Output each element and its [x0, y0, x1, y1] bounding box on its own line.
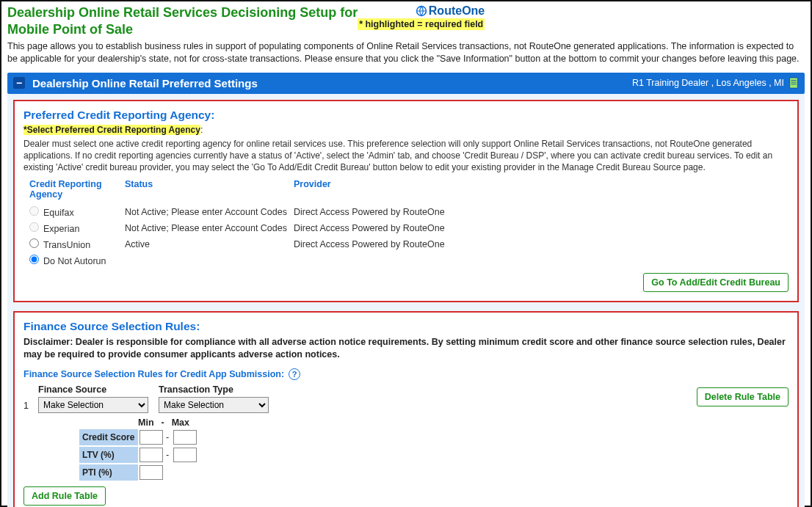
delete-rule-table-button[interactable]: Delete Rule Table [697, 387, 789, 406]
transaction-type-select[interactable]: Make Selection [159, 397, 269, 413]
cra-row-equifax: Equifax Not Active; Please enter Account… [29, 204, 789, 220]
page-intro: This page allows you to establish busine… [7, 40, 805, 65]
page-title-line2: Mobile Point of Sale [7, 21, 358, 38]
transaction-type-label: Transaction Type [159, 384, 269, 395]
credit-score-label: Credit Score [79, 429, 138, 445]
dealer-location: R1 Training Dealer , Los Angeles , MI [632, 78, 784, 88]
add-rule-table-button[interactable]: Add Rule Table [23, 486, 106, 506]
section-title: Dealership Online Retail Preferred Setti… [32, 77, 258, 90]
section-header: − Dealership Online Retail Preferred Set… [7, 73, 805, 94]
cra-row-donotautorun: Do Not Autorun [29, 252, 789, 269]
help-icon[interactable]: ? [289, 368, 300, 380]
credit-reporting-panel: Preferred Credit Reporting Agency: *Sele… [13, 100, 799, 303]
svg-rect-1 [790, 78, 798, 88]
cra-row-experian: Experian Not Active; Please enter Accoun… [29, 220, 789, 236]
cra-title: Preferred Credit Reporting Agency: [23, 109, 789, 122]
pti-label: PTI (%) [79, 464, 138, 481]
document-icon[interactable] [789, 77, 799, 89]
routeone-logo: RouteOne [416, 4, 485, 18]
rules-title: Finance Source Selection Rules: [23, 320, 789, 333]
ltv-max-input[interactable] [173, 448, 197, 462]
cra-header-status: Status [125, 179, 294, 200]
required-field-note: * highlighted = required field [358, 18, 485, 30]
cra-description: Dealer must select one active credit rep… [23, 138, 789, 174]
rules-subhead: Finance Source Selection Rules for Credi… [23, 369, 284, 379]
pti-input[interactable] [139, 465, 163, 480]
ltv-min-input[interactable] [139, 448, 163, 462]
finance-rules-panel: Finance Source Selection Rules: Disclaim… [13, 311, 799, 507]
rules-disclaimer: Disclaimer: Dealer is responsible for co… [23, 336, 789, 361]
cra-select-label: *Select Preferred Credit Reporting Agenc… [23, 125, 200, 135]
cra-radio-donotautorun[interactable] [29, 255, 39, 264]
min-label: Min [138, 417, 154, 428]
cra-header-agency: Credit Reporting Agency [29, 179, 125, 200]
collapse-button[interactable]: − [13, 77, 25, 89]
cra-radio-experian[interactable] [29, 222, 39, 232]
cra-radio-equifax[interactable] [29, 206, 39, 216]
ltv-label: LTV (%) [79, 447, 138, 463]
cra-radio-transunion[interactable] [29, 238, 39, 248]
rule-number: 1 [23, 384, 34, 411]
max-label: Max [172, 417, 189, 428]
finance-source-label: Finance Source [38, 384, 148, 395]
cra-header-provider: Provider [294, 179, 477, 200]
page-title-line1: Dealership Online Retail Services Decisi… [7, 4, 358, 21]
credit-score-min-input[interactable] [139, 430, 163, 445]
goto-credit-bureau-button[interactable]: Go To Add/Edit Credit Bureau [643, 273, 789, 292]
globe-icon [416, 5, 427, 17]
cra-row-transunion: TransUnion Active Direct Access Powered … [29, 236, 789, 252]
credit-score-max-input[interactable] [173, 430, 197, 445]
finance-source-select[interactable]: Make Selection [38, 397, 148, 413]
